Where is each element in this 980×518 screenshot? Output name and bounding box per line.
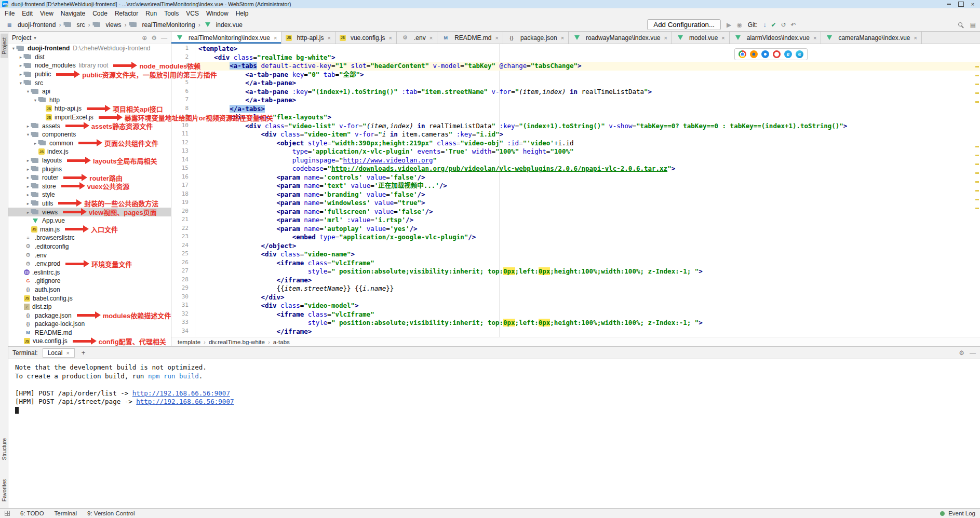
- tree-chevron-icon[interactable]: ▸: [32, 141, 38, 146]
- git-history-icon[interactable]: ↺: [781, 21, 786, 29]
- tree-item-env[interactable]: ⚙.env: [8, 251, 171, 260]
- warning-mark-icon[interactable]: [975, 163, 979, 165]
- opera-icon[interactable]: [773, 50, 781, 58]
- tool-button-project[interactable]: Project: [1, 34, 8, 58]
- tree-chevron-icon[interactable]: ▸: [25, 201, 31, 206]
- tree-item-views[interactable]: ▸viewsview视图、pages页面: [8, 208, 171, 216]
- minimize-panel-icon[interactable]: —: [970, 349, 976, 357]
- status-9-version-control[interactable]: 9: Version Control: [87, 510, 135, 516]
- tree-item-style[interactable]: ▸style: [8, 190, 171, 199]
- editor-tab-roadwaymanage-index-vue[interactable]: roadwayManage\index.vue×: [569, 32, 672, 44]
- firefox-icon[interactable]: [750, 50, 758, 58]
- add-configuration-button[interactable]: Add Configuration...: [647, 19, 721, 30]
- tab-close-icon[interactable]: ×: [327, 35, 330, 41]
- tree-item-src[interactable]: ▾src: [8, 78, 171, 87]
- tab-close-icon[interactable]: ×: [721, 35, 724, 41]
- git-update-icon[interactable]: ↓: [763, 21, 766, 29]
- warning-mark-icon[interactable]: [975, 75, 979, 76]
- edge-icon[interactable]: e: [796, 50, 803, 58]
- menu-vcs[interactable]: VCS: [182, 9, 203, 18]
- breadcrumb-item-index-vue[interactable]: index.vue: [203, 21, 244, 29]
- warning-mark-icon[interactable]: [975, 84, 979, 85]
- tree-item-components[interactable]: ▾components: [8, 130, 171, 139]
- tree-item-router[interactable]: ▸routerrouter路由: [8, 173, 171, 182]
- tree-item-gitignore[interactable]: G.gitignore: [8, 277, 171, 285]
- tab-close-icon[interactable]: ×: [429, 35, 433, 41]
- menu-refactor[interactable]: Refactor: [111, 9, 142, 18]
- tree-item-babel-config-js[interactable]: JSbabel.config.js: [8, 294, 171, 303]
- tree-chevron-icon[interactable]: ▸: [18, 63, 24, 68]
- chevron-down-icon[interactable]: ▾: [34, 35, 36, 40]
- tree-chevron-icon[interactable]: ▸: [25, 124, 31, 129]
- editor-tab-alarmvideos-index-vue[interactable]: alarmVideos\index.vue×: [730, 32, 822, 44]
- tree-item-editorconfig[interactable]: ⚙.editorconfig: [8, 242, 171, 251]
- warning-mark-icon[interactable]: [975, 199, 979, 200]
- tree-item-http-api-js[interactable]: JShttp-api.js项目相关api接口: [8, 104, 171, 113]
- git-commit-icon[interactable]: ✔: [771, 21, 776, 29]
- layout-icon[interactable]: ▤: [970, 21, 976, 29]
- hide-panel-icon[interactable]: —: [161, 34, 167, 42]
- tree-item-common[interactable]: ▸common页面公共组件文件: [8, 139, 171, 148]
- menu-help[interactable]: Help: [232, 9, 252, 18]
- tree-chevron-icon[interactable]: ▸: [25, 167, 31, 172]
- menu-code[interactable]: Code: [89, 9, 111, 18]
- warning-mark-icon[interactable]: [975, 172, 979, 174]
- tree-item-store[interactable]: ▸storevuex公共资源: [8, 182, 171, 191]
- menu-view[interactable]: View: [36, 9, 57, 18]
- tree-item-http[interactable]: ▾http: [8, 96, 171, 105]
- error-stripe[interactable]: [974, 44, 980, 337]
- menu-tools[interactable]: Tools: [160, 9, 182, 18]
- new-terminal-icon[interactable]: +: [79, 349, 88, 357]
- tree-item-api[interactable]: ▾api: [8, 87, 171, 96]
- tree-item-package-lock-json[interactable]: {}package-lock.json: [8, 320, 171, 329]
- minimize-button[interactable]: [944, 1, 954, 8]
- locate-file-icon[interactable]: ⊕: [142, 34, 147, 42]
- editor-tab-vue-config-js[interactable]: JSvue.config.js×: [335, 32, 397, 44]
- warning-mark-icon[interactable]: [975, 66, 979, 67]
- tree-item-duoji-frontend[interactable]: ▾duoji-frontendD:\zheheWeb\duoji-fronten…: [8, 44, 171, 53]
- code-breadcrumb-div-realtime-bg-white[interactable]: div.realTime.bg-white: [209, 339, 265, 345]
- tree-chevron-icon[interactable]: ▸: [25, 175, 31, 180]
- tree-chevron-icon[interactable]: ▸: [18, 72, 24, 77]
- terminal-output[interactable]: Note that the development build is not o…: [8, 359, 980, 508]
- run-icon[interactable]: ▶: [727, 21, 731, 29]
- tab-close-icon[interactable]: ×: [664, 35, 667, 41]
- tree-item-dist-zip[interactable]: Zdist.zip: [8, 303, 171, 311]
- tree-chevron-icon[interactable]: ▾: [18, 80, 24, 86]
- tree-item-vue-config-js[interactable]: JSvue.config.jsconfig配置、代理相关: [8, 337, 171, 346]
- tree-item-package-json[interactable]: {}package.jsonmodules依赖描述文件: [8, 311, 171, 320]
- status-event-log[interactable]: Event Log: [948, 510, 975, 516]
- editor-tab-env[interactable]: ⚙.env×: [397, 32, 437, 44]
- safari-icon[interactable]: [761, 50, 769, 58]
- warning-mark-icon[interactable]: [975, 190, 979, 192]
- warning-mark-icon[interactable]: [975, 146, 979, 147]
- warning-mark-icon[interactable]: [975, 92, 979, 94]
- menu-edit[interactable]: Edit: [18, 9, 36, 18]
- tree-item-node-modules[interactable]: ▸node_moduleslibrary rootnode_modules依赖: [8, 61, 171, 70]
- tree-chevron-icon[interactable]: ▸: [25, 158, 31, 163]
- debug-icon[interactable]: ◉: [736, 21, 742, 29]
- breadcrumb-item-views[interactable]: views: [92, 21, 122, 29]
- tree-item-plugins[interactable]: ▸plugins: [8, 165, 171, 173]
- tree-chevron-icon[interactable]: ▸: [25, 184, 31, 189]
- tab-close-icon[interactable]: ×: [274, 35, 277, 41]
- tree-chevron-icon[interactable]: ▾: [25, 89, 31, 94]
- warning-mark-icon[interactable]: [975, 101, 979, 103]
- status-terminal[interactable]: Terminal: [55, 510, 77, 516]
- code-editor[interactable]: 1234567891011121314151617181920212223242…: [171, 44, 980, 337]
- project-panel-title[interactable]: Project: [12, 34, 31, 42]
- terminal-link[interactable]: http://192.168.66.56:9007: [136, 398, 234, 405]
- tree-item-auth-json[interactable]: {}auth.json: [8, 285, 171, 294]
- menu-file[interactable]: File: [1, 9, 18, 18]
- editor-tab-readme-md[interactable]: MREADME.md×: [437, 32, 503, 44]
- tree-chevron-icon[interactable]: ▸: [25, 210, 31, 215]
- menu-run[interactable]: Run: [142, 9, 160, 18]
- breadcrumb-item-duoji-frontend[interactable]: ▦duoji-frontend: [4, 21, 57, 29]
- search-icon[interactable]: [958, 22, 964, 28]
- tree-item-eslintrc-js[interactable]: ES.eslintrc.js: [8, 268, 171, 277]
- tab-close-icon[interactable]: ×: [389, 35, 392, 41]
- tool-button-structure[interactable]: Structure: [1, 434, 8, 464]
- tree-item-assets[interactable]: ▸assetsassets静态资源文件: [8, 121, 171, 130]
- terminal-link[interactable]: http://192.168.66.56:9007: [132, 389, 230, 397]
- editor-tab-realtimemonitoring-index-vue[interactable]: realTimeMonitoring\index.vue×: [171, 32, 281, 44]
